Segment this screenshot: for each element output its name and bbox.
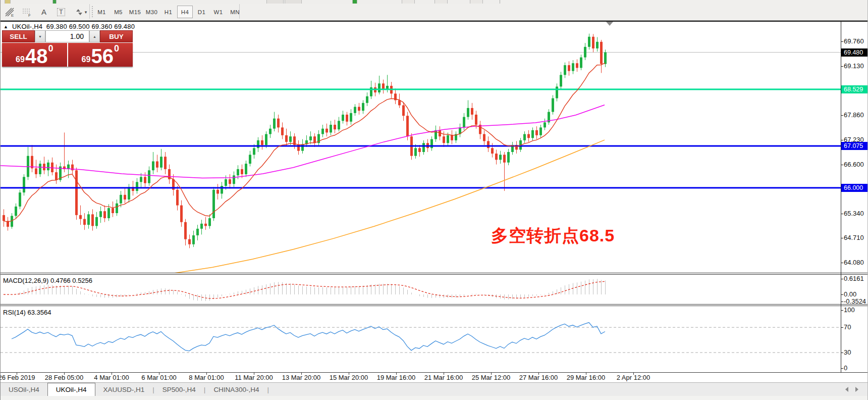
up-triangle-icon: ▲ xyxy=(4,24,8,29)
timeframe-group: M1M5M15M30H1H4D1W1MN xyxy=(94,4,244,20)
rsi-label: RSI(14) 63.3564 xyxy=(3,309,51,316)
price-axis-label: 69.130 xyxy=(844,62,868,70)
buy-button[interactable]: BUY xyxy=(100,30,133,42)
price-tick xyxy=(841,140,843,140)
cutoff-toolbar-icon xyxy=(352,0,357,4)
macd-tick xyxy=(841,279,843,279)
cutoff-toolbar-icon xyxy=(5,0,11,4)
date-axis-label: 28 Feb 05:00 xyxy=(45,374,84,381)
price-badge: 66.000 xyxy=(841,184,868,192)
volume-increase-button[interactable]: ▲ xyxy=(89,30,100,42)
price-tick xyxy=(841,115,843,116)
date-axis-label: 4 Mar 01:00 xyxy=(94,374,129,381)
sell-price-pip: 0 xyxy=(48,44,53,53)
timeframe-button-w1[interactable]: W1 xyxy=(210,6,226,18)
panel-divider xyxy=(1,274,868,275)
timeframe-button-m15[interactable]: M15 xyxy=(127,6,143,18)
chart-tab-usoilh4[interactable]: USOil-,H4 xyxy=(1,383,47,396)
toolbar: E F A T ▾ M1M5M15M30H1H4D1W1MN xyxy=(1,0,868,21)
price-badge: 69.480 xyxy=(841,48,868,57)
mt4-window: E F A T ▾ M1M5M15M30H1H4D1W1MN ▲ UKOi xyxy=(0,0,868,400)
panel-divider xyxy=(1,306,868,306)
sell-price-main: 48 xyxy=(25,47,48,66)
price-axis[interactable] xyxy=(841,21,841,373)
rsi-tick xyxy=(841,310,843,311)
text-tool-icon[interactable]: A xyxy=(37,5,51,19)
price-axis-label: 64.710 xyxy=(844,234,868,242)
timeframe-button-mn[interactable]: MN xyxy=(227,6,243,18)
date-axis-label: 8 Mar 01:00 xyxy=(189,374,224,381)
panel-divider[interactable] xyxy=(1,304,868,305)
high-value: 69.500 xyxy=(69,23,90,30)
date-axis-label: 29 Mar 16:00 xyxy=(567,374,606,381)
cutoff-toolbar-icon xyxy=(435,0,448,4)
rsi-axis-label: 100 xyxy=(844,306,868,314)
timeframe-button-d1[interactable]: D1 xyxy=(194,6,209,18)
buy-price-display[interactable]: 69 56 0 xyxy=(68,43,133,67)
price-badge: 68.529 xyxy=(841,85,868,93)
svg-text:F: F xyxy=(28,13,31,17)
open-value: 69.380 xyxy=(46,23,67,30)
date-axis-label: 6 Mar 01:00 xyxy=(141,374,176,381)
cutoff-toolbar-icon xyxy=(52,0,57,4)
rsi-axis-label: 0 xyxy=(844,364,868,372)
macd-axis-label: -0.3524 xyxy=(844,297,868,306)
price-axis-label: 65.340 xyxy=(844,210,868,218)
timeframe-button-h1[interactable]: H1 xyxy=(160,6,176,18)
arrow-styles-tool-icon[interactable]: ▾ xyxy=(71,5,91,19)
hatch-f-tool-icon[interactable]: F xyxy=(20,5,34,19)
volume-decrease-button[interactable]: ▼ xyxy=(35,30,45,42)
date-axis-label: 21 Mar 16:00 xyxy=(424,374,463,381)
price-tick xyxy=(841,41,843,42)
rsi-tick xyxy=(841,368,843,369)
buy-price-prefix: 69 xyxy=(82,56,91,64)
macd-axis-label: 0.6161 xyxy=(844,275,868,283)
chart-tab-sp500h4[interactable]: SP500-,H4 xyxy=(154,383,204,396)
tab-separator: | xyxy=(267,383,269,396)
date-axis-label: 13 Mar 20:00 xyxy=(282,374,321,381)
tab-scroll-right-icon[interactable] xyxy=(855,387,858,392)
date-axis-label: 2 Apr 12:00 xyxy=(617,374,650,381)
price-badge: 67.075 xyxy=(841,142,868,150)
price-tick xyxy=(841,66,843,67)
sell-button[interactable]: SELL xyxy=(2,30,35,42)
timeframe-button-m30[interactable]: M30 xyxy=(144,6,159,18)
sell-price-display[interactable]: 69 48 0 xyxy=(2,43,68,67)
symbol-label: UKOil-,H4 xyxy=(12,23,42,30)
tab-scroll-left-icon[interactable] xyxy=(845,387,848,392)
drawing-tools-group: E F A T ▾ xyxy=(3,4,91,20)
rsi-tick xyxy=(841,327,843,328)
hatch-e-tool-icon[interactable]: E xyxy=(3,5,17,19)
symbol-ohlc-header: ▲ UKOil-,H4 69.380 69.500 69.360 69.480 xyxy=(4,23,135,30)
chart-shift-marker-icon[interactable] xyxy=(606,22,613,26)
chart-tab-china300h4[interactable]: CHINA300-,H4 xyxy=(205,383,267,396)
date-axis-label: 25 Mar 12:00 xyxy=(472,374,511,381)
rsi-canvas[interactable] xyxy=(1,307,841,372)
cutoff-toolbar-icon xyxy=(402,0,415,4)
date-axis-label: 11 Mar 20:00 xyxy=(235,374,273,381)
date-axis-label: 27 Mar 16:00 xyxy=(519,374,558,381)
price-axis-label: 66.600 xyxy=(844,161,868,169)
volume-input[interactable]: 1.00 xyxy=(45,30,89,42)
timeframe-button-m5[interactable]: M5 xyxy=(111,6,126,18)
cutoff-toolbar-icon xyxy=(470,0,483,4)
cutoff-toolbar-icon xyxy=(266,0,284,4)
toolbar-grip[interactable] xyxy=(92,6,93,17)
price-axis-label: 64.080 xyxy=(844,259,868,267)
chart-tab-xauusdh1[interactable]: XAUUSD-,H1 xyxy=(95,383,153,396)
chart-tab-ukoilh4[interactable]: UKOil-,H4 xyxy=(47,383,95,396)
toolbar-separator xyxy=(89,4,90,19)
date-axis-label: 26 Feb 2019 xyxy=(0,374,35,381)
label-tool-icon[interactable]: T xyxy=(54,5,68,19)
timeframe-button-m1[interactable]: M1 xyxy=(94,6,110,18)
macd-canvas[interactable] xyxy=(1,274,841,304)
svg-text:E: E xyxy=(11,13,14,17)
rsi-axis-label: 70 xyxy=(844,323,868,331)
macd-tick xyxy=(841,302,843,302)
timeframe-button-h4[interactable]: H4 xyxy=(177,6,193,18)
close-value: 69.480 xyxy=(114,23,135,30)
price-axis-label: 67.860 xyxy=(844,111,868,119)
rsi-tick xyxy=(841,353,843,353)
panel-divider[interactable] xyxy=(1,273,868,273)
tab-scroll-buttons xyxy=(845,382,858,396)
